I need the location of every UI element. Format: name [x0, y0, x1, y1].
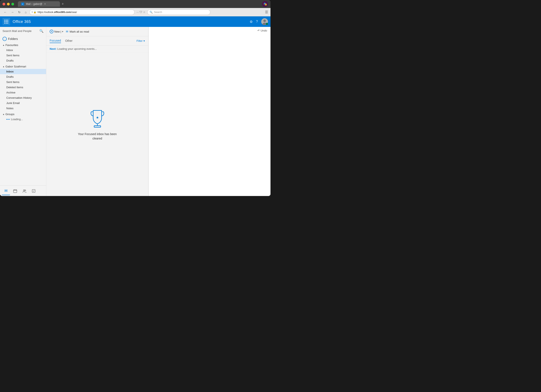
- settings-icon[interactable]: ⚙: [250, 20, 253, 24]
- reading-pane: ↶ Undo: [149, 27, 270, 196]
- new-plus-icon: +: [50, 30, 53, 33]
- star-icon[interactable]: ☆: [143, 10, 146, 14]
- filter-arrow: ▾: [143, 39, 145, 42]
- undo-button[interactable]: ↶ Undo: [257, 29, 267, 32]
- next-text: Loading your upcoming events...: [57, 47, 97, 51]
- groups-group: ▲ Groups Loading...: [0, 112, 46, 122]
- new-label: New |: [54, 30, 61, 33]
- help-icon[interactable]: ?: [256, 20, 258, 24]
- shield-icon[interactable]: 🛡: [140, 10, 142, 14]
- sidebar-item-fav-drafts[interactable]: Drafts: [0, 58, 46, 63]
- mark-read-label: Mark all as read: [70, 30, 89, 33]
- sidebar-item-notes[interactable]: Notes: [0, 106, 46, 111]
- home-button[interactable]: ⌂: [24, 10, 28, 15]
- svg-text:★: ★: [96, 116, 99, 119]
- maximize-button[interactable]: [11, 3, 14, 5]
- sidebar-search-area: Search Mail and People 🔍: [0, 27, 46, 35]
- tab-other[interactable]: Other: [65, 39, 73, 43]
- new-button[interactable]: + New | ▾: [50, 30, 63, 33]
- tab-close-icon[interactable]: ✕: [44, 3, 46, 5]
- undo-area: ↶ Undo: [149, 27, 270, 34]
- tab-bar: M Mail – gabor@ ✕ +: [18, 1, 260, 7]
- groups-chevron: ▲: [3, 113, 5, 115]
- sidebar-item-archive[interactable]: Archive: [0, 90, 46, 95]
- account-group-header[interactable]: ▲ Gabor Szathmari: [0, 64, 46, 69]
- close-button[interactable]: [3, 3, 5, 5]
- sidebar-item-drafts[interactable]: Drafts: [0, 74, 46, 79]
- tab-favicon: M: [21, 3, 24, 5]
- folders-nav-icon: ←: [3, 37, 7, 41]
- browser-tab[interactable]: M Mail – gabor@ ✕: [18, 1, 60, 7]
- sidebar-item-inbox[interactable]: Inbox: [0, 69, 46, 74]
- sidebar-search-icon[interactable]: 🔍: [39, 29, 44, 33]
- account-name: Gabor Szathmari: [5, 65, 26, 68]
- user-avatar[interactable]: [261, 18, 268, 25]
- minimize-button[interactable]: [7, 3, 10, 5]
- reload-button[interactable]: ↻: [17, 10, 22, 15]
- profile-icon[interactable]: 🎭: [262, 1, 268, 7]
- loading-spinner: [6, 119, 10, 120]
- folders-title: Folders: [8, 37, 18, 41]
- svg-text:M: M: [22, 3, 23, 5]
- sidebar-item-junk[interactable]: Junk Email: [0, 100, 46, 106]
- sidebar: Search Mail and People 🔍 ← Folders ▲ Fav…: [0, 27, 46, 196]
- sidebar-item-fav-sent[interactable]: Sent Items: [0, 53, 46, 58]
- title-bar: M Mail – gabor@ ✕ + 🎭: [0, 0, 270, 8]
- email-list-panel: + New | ▾ ✉ Mark all as read Focused Oth…: [46, 27, 149, 196]
- groups-group-header[interactable]: ▲ Groups: [0, 112, 46, 117]
- people-nav-icon[interactable]: [20, 187, 29, 195]
- sidebar-nav: ← Folders ▲ Favourites Inbox Sent Items …: [0, 35, 46, 185]
- search-icon: 🔍: [150, 11, 153, 14]
- sidebar-item-fav-inbox[interactable]: Inbox: [0, 47, 46, 53]
- folders-header[interactable]: ← Folders: [0, 35, 46, 43]
- mark-read-button[interactable]: ✉ Mark all as read: [66, 30, 89, 33]
- toolbar: + New | ▾ ✉ Mark all as read: [46, 27, 148, 36]
- grid-icon: [5, 20, 8, 24]
- forward-button[interactable]: →: [10, 10, 15, 15]
- tasks-nav-icon[interactable]: [29, 187, 38, 195]
- nav-bar: ← → ↻ ⌂ ℹ 🔒 https://outlook.office365.co…: [0, 8, 270, 16]
- more-icon[interactable]: ···: [136, 10, 139, 14]
- url-display: https://outlook.office365.com/owa/: [38, 11, 133, 14]
- sidebar-item-deleted[interactable]: Deleted Items: [0, 85, 46, 90]
- new-dropdown-arrow: ▾: [62, 30, 63, 33]
- avatar-badge: [266, 23, 268, 25]
- undo-label: Undo: [261, 29, 267, 32]
- tab-focused[interactable]: Focused: [50, 39, 61, 43]
- next-bar: Next: Loading your upcoming events...: [46, 46, 148, 52]
- grid-menu-button[interactable]: [3, 18, 10, 25]
- app-header: Office 365 ⚙ ?: [0, 16, 270, 27]
- app-body: Search Mail and People 🔍 ← Folders ▲ Fav…: [0, 27, 270, 196]
- sidebar-item-sent[interactable]: Sent Items: [0, 79, 46, 85]
- nav-extra-icons: ··· 🛡 ☆: [136, 10, 146, 14]
- sidebar-item-conv-history[interactable]: Conversation History: [0, 95, 46, 100]
- svg-point-3: [263, 20, 266, 22]
- groups-label: Groups: [5, 113, 15, 116]
- browser-search-bar[interactable]: 🔍 Search: [147, 10, 210, 15]
- account-group: ▲ Gabor Szathmari Inbox Drafts Sent Item…: [0, 64, 46, 111]
- address-bar[interactable]: ℹ 🔒 https://outlook.office365.com/owa/: [29, 10, 135, 15]
- sidebar-bottom: ✉: [0, 185, 46, 196]
- favourites-label: Favourites: [5, 43, 18, 47]
- favourites-chevron: ▲: [3, 44, 5, 46]
- sidebar-search-label: Search Mail and People: [3, 29, 38, 33]
- back-button[interactable]: ←: [3, 10, 8, 15]
- app-title: Office 365: [13, 20, 31, 24]
- empty-state: ★ Your Focused inbox has been cleared: [46, 52, 148, 196]
- filter-button[interactable]: Filter ▾: [136, 39, 145, 42]
- favourites-group: ▲ Favourites Inbox Sent Items Drafts: [0, 43, 46, 63]
- calendar-nav-icon[interactable]: [11, 187, 19, 195]
- trophy-icon: ★: [87, 107, 108, 129]
- lock-icon: ℹ 🔒: [32, 11, 36, 13]
- header-actions: ⚙ ?: [250, 18, 268, 25]
- svg-rect-5: [13, 190, 17, 193]
- hamburger-menu[interactable]: ☰: [265, 10, 268, 14]
- account-chevron: ▲: [3, 65, 5, 68]
- app-container: Office 365 ⚙ ? Search Mail and People 🔍: [0, 16, 270, 196]
- new-tab-button[interactable]: +: [61, 1, 65, 7]
- mail-nav-icon[interactable]: ✉: [2, 187, 10, 195]
- filter-label: Filter: [136, 39, 143, 42]
- favourites-group-header[interactable]: ▲ Favourites: [0, 43, 46, 47]
- svg-point-10: [25, 190, 26, 191]
- svg-rect-13: [94, 126, 101, 127]
